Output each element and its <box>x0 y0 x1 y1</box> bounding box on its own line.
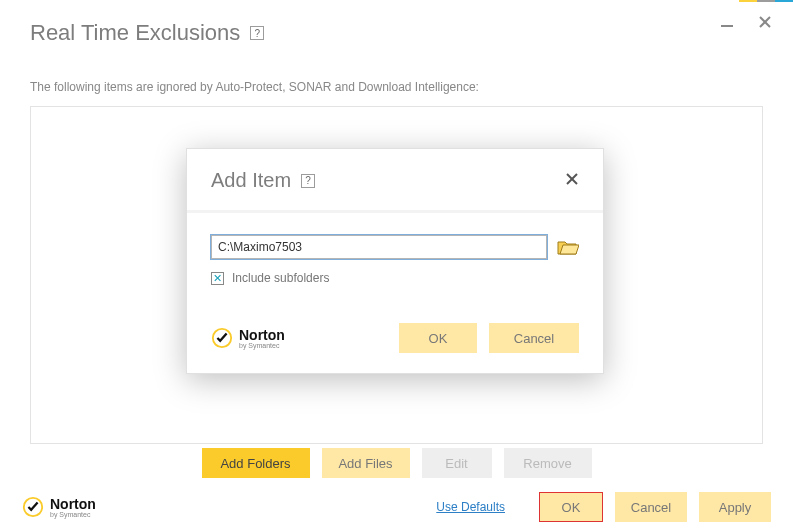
include-subfolders-checkbox[interactable]: ✕ <box>211 272 224 285</box>
subtitle: The following items are ignored by Auto-… <box>30 80 479 94</box>
apply-button[interactable]: Apply <box>699 492 771 522</box>
close-icon[interactable] <box>757 14 773 30</box>
dialog-cancel-button[interactable]: Cancel <box>489 323 579 353</box>
remove-button: Remove <box>504 448 592 478</box>
dialog-close-icon[interactable] <box>565 172 579 190</box>
edit-button: Edit <box>422 448 492 478</box>
dialog-help-icon[interactable]: ? <box>301 174 315 188</box>
add-folders-button[interactable]: Add Folders <box>202 448 310 478</box>
dialog-brand-sub: by Symantec <box>239 342 285 349</box>
minimize-icon[interactable] <box>719 14 735 30</box>
include-subfolders-label: Include subfolders <box>232 271 329 285</box>
add-item-dialog: Add Item ? ✕ Include subfolders <box>186 148 604 374</box>
dialog-norton-logo: Norton by Symantec <box>211 327 387 349</box>
dialog-ok-button[interactable]: OK <box>399 323 477 353</box>
dialog-title: Add Item <box>211 169 291 192</box>
help-icon[interactable]: ? <box>250 26 264 40</box>
path-input[interactable] <box>211 235 547 259</box>
dialog-brand-name: Norton <box>239 328 285 342</box>
brand-name: Norton <box>50 497 96 511</box>
browse-folder-icon[interactable] <box>557 238 579 256</box>
page-title: Real Time Exclusions <box>30 20 240 46</box>
use-defaults-link[interactable]: Use Defaults <box>436 500 505 514</box>
brand-sub: by Symantec <box>50 511 96 518</box>
ok-button[interactable]: OK <box>539 492 603 522</box>
norton-logo: Norton by Symantec <box>22 496 96 518</box>
cancel-button[interactable]: Cancel <box>615 492 687 522</box>
add-files-button[interactable]: Add Files <box>322 448 410 478</box>
top-accent-strip <box>739 0 793 2</box>
